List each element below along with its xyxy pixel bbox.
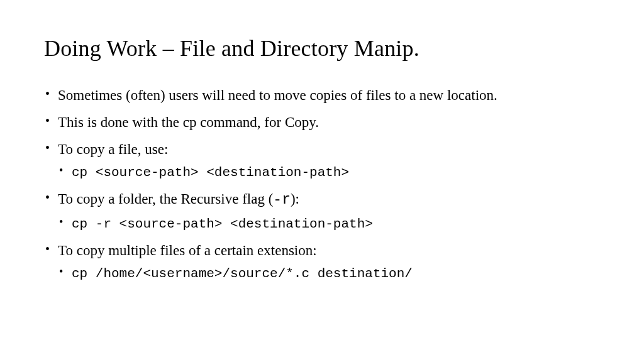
bullet-item: This is done with the cp command, for Co… xyxy=(44,112,600,132)
bullet-item: Sometimes (often) users will need to mov… xyxy=(44,85,600,105)
code-text: cp /home/<username>/source/*.c destinati… xyxy=(72,266,413,281)
bullet-text: To copy multiple files of a certain exte… xyxy=(58,243,317,258)
bullet-text: To copy a file, use: xyxy=(58,141,168,157)
sub-list: cp /home/<username>/source/*.c destinati… xyxy=(58,264,600,283)
sub-list: cp -r <source-path> <destination-path> xyxy=(58,214,600,233)
bullet-text-post: ): xyxy=(291,191,299,207)
sub-list: cp <source-path> <destination-path> xyxy=(58,163,600,182)
slide-title: Doing Work – File and Directory Manip. xyxy=(44,35,600,62)
bullet-text: This is done with the cp command, for Co… xyxy=(58,114,319,130)
bullet-item: To copy a folder, the Recursive flag (-r… xyxy=(44,189,600,233)
bullet-text: Sometimes (often) users will need to mov… xyxy=(58,87,497,103)
sub-bullet-item: cp /home/<username>/source/*.c destinati… xyxy=(58,264,600,283)
bullet-item: To copy a file, use: cp <source-path> <d… xyxy=(44,140,600,182)
bullet-text-pre: To copy a folder, the Recursive flag ( xyxy=(58,191,273,207)
code-text: cp <source-path> <destination-path> xyxy=(72,165,349,180)
bullet-list: Sometimes (often) users will need to mov… xyxy=(44,85,600,283)
code-text: cp -r <source-path> <destination-path> xyxy=(72,217,373,231)
sub-bullet-item: cp <source-path> <destination-path> xyxy=(58,163,600,182)
bullet-item: To copy multiple files of a certain exte… xyxy=(44,241,600,283)
inline-flag: -r xyxy=(273,192,291,208)
sub-bullet-item: cp -r <source-path> <destination-path> xyxy=(58,214,600,233)
